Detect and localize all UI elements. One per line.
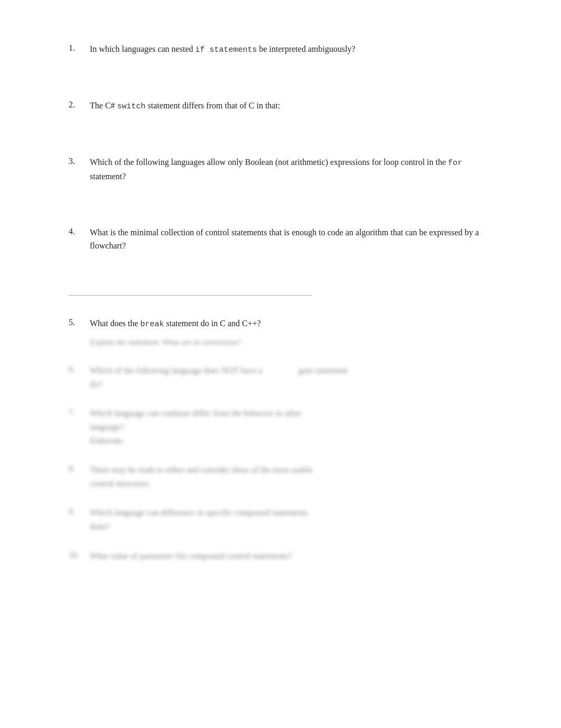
question-item-2: 2. The C# switch statement differs from … bbox=[69, 99, 492, 113]
blurred-item-9: 9. Which language can difference in spec… bbox=[69, 506, 492, 533]
question-text-2: The C# switch statement differs from tha… bbox=[90, 99, 492, 113]
section-divider bbox=[69, 295, 312, 296]
question-text-3: Which of the following languages allow o… bbox=[90, 155, 492, 183]
q3-keyword: for bbox=[448, 159, 462, 168]
question-number-4: 4. bbox=[69, 226, 90, 236]
question-number-1: 1. bbox=[69, 42, 90, 53]
blurred-number-7: 7. bbox=[69, 407, 90, 417]
blurred-text-6: Which of the following language does NOT… bbox=[90, 364, 492, 391]
q3-text-before: Which of the following languages allow o… bbox=[90, 158, 446, 167]
q1-text-before: In which languages can nested bbox=[90, 44, 193, 53]
blurred-number-8: 8. bbox=[69, 463, 90, 474]
q1-text-after: be interpreted ambiguously? bbox=[259, 44, 356, 53]
blurred-number-9: 9. bbox=[69, 506, 90, 517]
blurred-item-6: 6. Which of the following language does … bbox=[69, 364, 492, 391]
blurred-number-6: 6. bbox=[69, 364, 90, 374]
blurred-text-10: What value of parameter fits compound co… bbox=[90, 549, 492, 563]
q5-text-after: statement do in C and C++? bbox=[166, 319, 261, 328]
question-text-4: What is the minimal collection of contro… bbox=[90, 226, 492, 253]
blurred-text-7: Which language can continue differ from … bbox=[90, 407, 492, 447]
question-list: 1. In which languages can nested if stat… bbox=[69, 42, 492, 253]
blurred-item-8: 8. There may be truth to either and cons… bbox=[69, 463, 492, 490]
question-item-4: 4. What is the minimal collection of con… bbox=[69, 226, 492, 253]
question-item-3: 3. Which of the following languages allo… bbox=[69, 155, 492, 183]
q2-text-after: statement differs from that of C in that… bbox=[148, 101, 280, 110]
question-number-5: 5. bbox=[69, 317, 90, 327]
q1-keyword: if statements bbox=[195, 45, 257, 54]
question-item-1: 1. In which languages can nested if stat… bbox=[69, 42, 492, 57]
blurred-text-8: There may be truth to either and conside… bbox=[90, 463, 492, 490]
blurred-section: 6. Which of the following language does … bbox=[69, 364, 492, 563]
question-text-5: What does the break statement do in C an… bbox=[90, 317, 492, 331]
q2-keyword: switch bbox=[117, 102, 146, 111]
blurred-item-10: 10. What value of parameter fits compoun… bbox=[69, 549, 492, 563]
question-item-5: 5. What does the break statement do in C… bbox=[69, 317, 492, 331]
blurred-item-7: 7. Which language can continue differ fr… bbox=[69, 407, 492, 447]
q5-text-before: What does the bbox=[90, 319, 138, 328]
q4-text: What is the minimal collection of contro… bbox=[90, 228, 479, 251]
blurred-text-9: Which language can difference in specifi… bbox=[90, 506, 492, 533]
question-number-2: 2. bbox=[69, 99, 90, 109]
question-number-3: 3. bbox=[69, 155, 90, 166]
q2-text-before: The C# bbox=[90, 101, 115, 110]
q5-blurred-continuation: Explain the statement. What are its rest… bbox=[90, 336, 492, 348]
q3-text-after: statement? bbox=[90, 172, 126, 181]
blurred-number-10: 10. bbox=[69, 549, 90, 560]
question-text-1: In which languages can nested if stateme… bbox=[90, 42, 492, 57]
q5-keyword: break bbox=[141, 320, 164, 329]
